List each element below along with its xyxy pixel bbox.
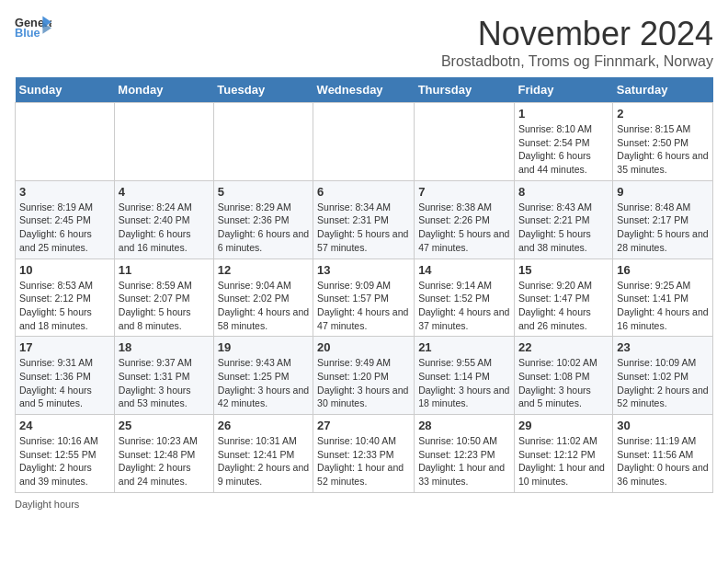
calendar-location: Brostadbotn, Troms og Finnmark, Norway bbox=[441, 53, 713, 70]
day-info: Sunrise: 8:59 AM Sunset: 2:07 PM Dayligh… bbox=[119, 279, 210, 333]
calendar-table: SundayMondayTuesdayWednesdayThursdayFrid… bbox=[15, 77, 713, 493]
day-number: 12 bbox=[218, 263, 309, 277]
logo-icon: General Blue bbox=[15, 15, 51, 40]
calendar-body: 1Sunrise: 8:10 AM Sunset: 2:54 PM Daylig… bbox=[16, 103, 713, 493]
day-number: 23 bbox=[617, 340, 709, 354]
day-info: Sunrise: 9:14 AM Sunset: 1:52 PM Dayligh… bbox=[418, 279, 510, 333]
calendar-cell: 14Sunrise: 9:14 AM Sunset: 1:52 PM Dayli… bbox=[415, 259, 515, 337]
day-number: 29 bbox=[518, 419, 609, 432]
page-header: General Blue November 2024 Brostadbotn, … bbox=[15, 15, 713, 70]
day-number: 20 bbox=[317, 340, 410, 354]
day-info: Sunrise: 8:10 AM Sunset: 2:54 PM Dayligh… bbox=[518, 122, 609, 177]
day-info: Sunrise: 10:09 AM Sunset: 1:02 PM Daylig… bbox=[617, 356, 709, 410]
day-info: Sunrise: 11:02 AM Sunset: 12:12 PM Dayli… bbox=[518, 434, 609, 488]
day-number: 15 bbox=[518, 263, 609, 277]
calendar-cell bbox=[213, 103, 313, 181]
calendar-cell: 25Sunrise: 10:23 AM Sunset: 12:48 PM Day… bbox=[114, 415, 213, 493]
day-number: 9 bbox=[617, 185, 709, 199]
day-info: Sunrise: 9:43 AM Sunset: 1:25 PM Dayligh… bbox=[218, 356, 309, 410]
day-number: 18 bbox=[119, 340, 210, 354]
calendar-week-row: 10Sunrise: 8:53 AM Sunset: 2:12 PM Dayli… bbox=[16, 259, 713, 337]
weekday-header-wednesday: Wednesday bbox=[313, 77, 415, 103]
calendar-cell: 13Sunrise: 9:09 AM Sunset: 1:57 PM Dayli… bbox=[313, 259, 415, 337]
calendar-cell: 11Sunrise: 8:59 AM Sunset: 2:07 PM Dayli… bbox=[114, 259, 213, 337]
day-info: Sunrise: 8:15 AM Sunset: 2:50 PM Dayligh… bbox=[617, 122, 709, 177]
calendar-cell: 30Sunrise: 11:19 AM Sunset: 11:56 AM Day… bbox=[613, 415, 713, 493]
calendar-title: November 2024 bbox=[441, 15, 713, 53]
day-number: 24 bbox=[19, 419, 110, 432]
calendar-week-row: 1Sunrise: 8:10 AM Sunset: 2:54 PM Daylig… bbox=[16, 103, 713, 181]
day-info: Sunrise: 9:31 AM Sunset: 1:36 PM Dayligh… bbox=[19, 356, 110, 410]
calendar-cell: 19Sunrise: 9:43 AM Sunset: 1:25 PM Dayli… bbox=[213, 337, 313, 415]
day-info: Sunrise: 8:38 AM Sunset: 2:26 PM Dayligh… bbox=[418, 201, 510, 255]
calendar-cell: 26Sunrise: 10:31 AM Sunset: 12:41 PM Day… bbox=[213, 415, 313, 493]
weekday-header-saturday: Saturday bbox=[613, 77, 713, 103]
day-info: Sunrise: 9:09 AM Sunset: 1:57 PM Dayligh… bbox=[317, 279, 410, 333]
calendar-cell: 2Sunrise: 8:15 AM Sunset: 2:50 PM Daylig… bbox=[613, 103, 713, 181]
calendar-cell: 21Sunrise: 9:55 AM Sunset: 1:14 PM Dayli… bbox=[415, 337, 515, 415]
day-number: 8 bbox=[518, 185, 609, 199]
calendar-cell: 10Sunrise: 8:53 AM Sunset: 2:12 PM Dayli… bbox=[16, 259, 115, 337]
calendar-cell: 3Sunrise: 8:19 AM Sunset: 2:45 PM Daylig… bbox=[16, 180, 115, 259]
weekday-header-thursday: Thursday bbox=[415, 77, 515, 103]
day-number: 16 bbox=[617, 263, 709, 277]
calendar-cell: 17Sunrise: 9:31 AM Sunset: 1:36 PM Dayli… bbox=[16, 337, 115, 415]
day-number: 17 bbox=[19, 340, 110, 354]
day-info: Sunrise: 10:02 AM Sunset: 1:08 PM Daylig… bbox=[518, 356, 609, 410]
calendar-cell: 18Sunrise: 9:37 AM Sunset: 1:31 PM Dayli… bbox=[114, 337, 213, 415]
calendar-cell bbox=[415, 103, 515, 181]
weekday-header-friday: Friday bbox=[514, 77, 612, 103]
calendar-cell: 20Sunrise: 9:49 AM Sunset: 1:20 PM Dayli… bbox=[313, 337, 415, 415]
day-info: Sunrise: 9:20 AM Sunset: 1:47 PM Dayligh… bbox=[518, 279, 609, 333]
calendar-cell: 4Sunrise: 8:24 AM Sunset: 2:40 PM Daylig… bbox=[114, 180, 213, 259]
day-number: 6 bbox=[317, 185, 410, 199]
day-info: Sunrise: 9:49 AM Sunset: 1:20 PM Dayligh… bbox=[317, 356, 410, 410]
day-info: Sunrise: 9:37 AM Sunset: 1:31 PM Dayligh… bbox=[119, 356, 210, 410]
day-info: Sunrise: 9:55 AM Sunset: 1:14 PM Dayligh… bbox=[418, 356, 510, 410]
calendar-cell: 23Sunrise: 10:09 AM Sunset: 1:02 PM Dayl… bbox=[613, 337, 713, 415]
day-info: Sunrise: 8:43 AM Sunset: 2:21 PM Dayligh… bbox=[518, 201, 609, 255]
calendar-cell: 1Sunrise: 8:10 AM Sunset: 2:54 PM Daylig… bbox=[514, 103, 612, 181]
calendar-cell: 28Sunrise: 10:50 AM Sunset: 12:23 PM Day… bbox=[415, 415, 515, 493]
calendar-cell: 12Sunrise: 9:04 AM Sunset: 2:02 PM Dayli… bbox=[213, 259, 313, 337]
calendar-cell: 6Sunrise: 8:34 AM Sunset: 2:31 PM Daylig… bbox=[313, 180, 415, 259]
calendar-cell: 8Sunrise: 8:43 AM Sunset: 2:21 PM Daylig… bbox=[514, 180, 612, 259]
logo: General Blue bbox=[15, 15, 51, 40]
day-info: Sunrise: 10:50 AM Sunset: 12:23 PM Dayli… bbox=[418, 434, 510, 488]
calendar-cell bbox=[313, 103, 415, 181]
day-number: 26 bbox=[218, 419, 309, 432]
day-number: 27 bbox=[317, 419, 410, 432]
day-info: Sunrise: 10:16 AM Sunset: 12:55 PM Dayli… bbox=[19, 434, 110, 488]
svg-text:Blue: Blue bbox=[15, 26, 40, 40]
day-info: Sunrise: 9:25 AM Sunset: 1:41 PM Dayligh… bbox=[617, 279, 709, 333]
day-number: 5 bbox=[218, 185, 309, 199]
day-number: 7 bbox=[418, 185, 510, 199]
day-info: Sunrise: 10:23 AM Sunset: 12:48 PM Dayli… bbox=[119, 434, 210, 488]
day-info: Sunrise: 8:48 AM Sunset: 2:17 PM Dayligh… bbox=[617, 201, 709, 255]
day-number: 21 bbox=[418, 340, 510, 354]
calendar-cell: 7Sunrise: 8:38 AM Sunset: 2:26 PM Daylig… bbox=[415, 180, 515, 259]
day-info: Sunrise: 9:04 AM Sunset: 2:02 PM Dayligh… bbox=[218, 279, 309, 333]
calendar-cell bbox=[16, 103, 115, 181]
day-number: 30 bbox=[617, 419, 709, 432]
day-number: 28 bbox=[418, 419, 510, 432]
day-info: Sunrise: 8:29 AM Sunset: 2:36 PM Dayligh… bbox=[218, 201, 309, 255]
calendar-cell bbox=[114, 103, 213, 181]
day-info: Sunrise: 11:19 AM Sunset: 11:56 AM Dayli… bbox=[617, 434, 709, 488]
calendar-cell: 24Sunrise: 10:16 AM Sunset: 12:55 PM Day… bbox=[16, 415, 115, 493]
day-number: 13 bbox=[317, 263, 410, 277]
day-number: 22 bbox=[518, 340, 609, 354]
day-info: Sunrise: 8:34 AM Sunset: 2:31 PM Dayligh… bbox=[317, 201, 410, 255]
calendar-cell: 29Sunrise: 11:02 AM Sunset: 12:12 PM Day… bbox=[514, 415, 612, 493]
calendar-cell: 15Sunrise: 9:20 AM Sunset: 1:47 PM Dayli… bbox=[514, 259, 612, 337]
day-info: Sunrise: 8:53 AM Sunset: 2:12 PM Dayligh… bbox=[19, 279, 110, 333]
day-info: Sunrise: 10:31 AM Sunset: 12:41 PM Dayli… bbox=[218, 434, 309, 488]
calendar-cell: 9Sunrise: 8:48 AM Sunset: 2:17 PM Daylig… bbox=[613, 180, 713, 259]
day-info: Sunrise: 8:19 AM Sunset: 2:45 PM Dayligh… bbox=[19, 201, 110, 255]
day-number: 1 bbox=[518, 107, 609, 121]
weekday-header-tuesday: Tuesday bbox=[213, 77, 313, 103]
calendar-week-row: 24Sunrise: 10:16 AM Sunset: 12:55 PM Day… bbox=[16, 415, 713, 493]
calendar-week-row: 17Sunrise: 9:31 AM Sunset: 1:36 PM Dayli… bbox=[16, 337, 713, 415]
title-area: November 2024 Brostadbotn, Troms og Finn… bbox=[441, 15, 713, 70]
footer-note: Daylight hours bbox=[15, 499, 713, 510]
